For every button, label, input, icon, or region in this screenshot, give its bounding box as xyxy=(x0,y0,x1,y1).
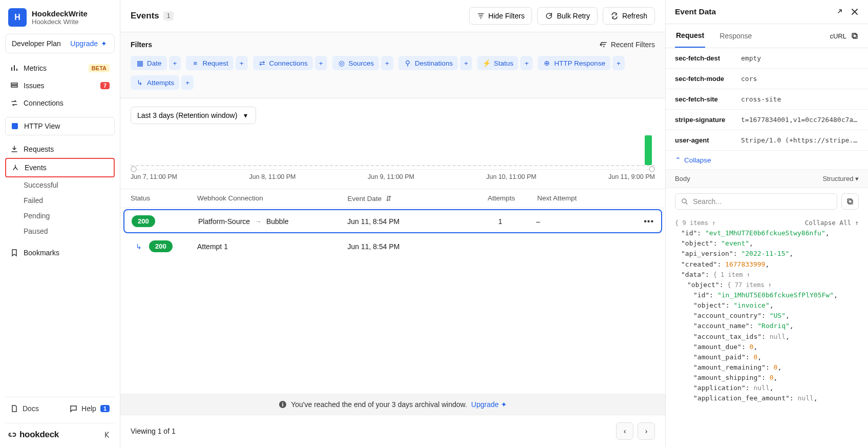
bolt-icon: ⚡ xyxy=(482,59,491,67)
copy-icon xyxy=(846,197,854,206)
tab-response[interactable]: Response xyxy=(718,25,753,47)
filter-status-add[interactable]: + xyxy=(520,56,533,70)
brand-logo[interactable]: hookdeck xyxy=(8,430,59,440)
retention-dropdown[interactable]: Last 3 days (Retention window) ▾ xyxy=(131,107,256,124)
bulk-retry-button[interactable]: Bulk Retry xyxy=(537,7,598,25)
next-page-button[interactable]: › xyxy=(638,422,655,440)
filter-date[interactable]: ▦Date xyxy=(131,56,167,70)
banner-upgrade-link[interactable]: Upgrade ✦ xyxy=(471,400,507,409)
event-row[interactable]: 200 Platform-Source → Bubble Jun 11, 8:5… xyxy=(123,209,662,233)
recent-filters-button[interactable]: Recent Filters xyxy=(600,40,655,49)
filter-status[interactable]: ⚡Status xyxy=(477,56,518,70)
col-connection[interactable]: Webhook Connection xyxy=(197,194,347,202)
header-row: stripe-signaturet=1677834001,v1=0cc72648… xyxy=(666,110,868,130)
filter-connections[interactable]: ⇄Connections xyxy=(253,56,313,70)
org-switcher[interactable]: H HookdeckWrite Hookdeck Write xyxy=(5,5,115,30)
filter-request-add[interactable]: + xyxy=(236,56,248,70)
filter-date-add[interactable]: + xyxy=(169,56,181,70)
event-data-panel: Event Data Request Response cURL sec-fet… xyxy=(666,0,868,447)
slider-handle-left[interactable] xyxy=(131,166,137,172)
chat-icon xyxy=(69,404,77,413)
attempt-row[interactable]: ↳ 200 Attempt 1 Jun 11, 8:54 PM xyxy=(120,234,665,258)
nav-events-paused[interactable]: Paused xyxy=(5,223,115,239)
slider-handle-right[interactable] xyxy=(649,166,655,172)
upgrade-link[interactable]: Upgrade ✦ xyxy=(70,39,108,48)
bookmark-icon xyxy=(10,249,18,257)
filter-attempts-add[interactable]: + xyxy=(181,75,194,90)
download-icon xyxy=(10,145,18,153)
main-content: Events 1 Hide Filters Bulk Retry Refresh xyxy=(120,0,666,447)
nav-metrics[interactable]: Metrics BETA xyxy=(5,59,115,77)
nav-events[interactable]: Events xyxy=(5,158,115,177)
retry-icon xyxy=(545,12,553,20)
target-icon: ◎ xyxy=(337,59,346,67)
page-title: Events xyxy=(131,11,159,21)
col-event-date[interactable]: Event Date⇵ xyxy=(347,194,465,202)
refresh-button[interactable]: Refresh xyxy=(603,7,655,25)
chevron-up-icon: ⌃ xyxy=(675,156,681,164)
help-link[interactable]: Help 1 xyxy=(66,400,113,417)
filter-connections-add[interactable]: + xyxy=(315,56,327,70)
caret-down-icon: ▾ xyxy=(241,111,249,119)
nav-events-failed[interactable]: Failed xyxy=(5,193,115,208)
timeline-slider[interactable] xyxy=(131,166,655,171)
stack-icon xyxy=(10,82,18,90)
panel-tabs: Request Response cURL xyxy=(666,24,868,48)
structured-toggle[interactable]: Structured ▾ xyxy=(822,175,859,182)
header-row: sec-fetch-sitecross-site xyxy=(666,89,868,110)
globe-icon: ⊕ xyxy=(543,59,551,67)
chevron-right-icon: › xyxy=(645,427,648,435)
nav-issues[interactable]: Issues 7 xyxy=(5,77,115,94)
expand-icon[interactable] xyxy=(835,8,843,16)
nav-events-successful[interactable]: Successful xyxy=(5,177,115,193)
events-count: 1 xyxy=(163,11,174,21)
collapse-sidebar-icon[interactable] xyxy=(103,431,112,439)
date-cell: Jun 11, 8:54 PM xyxy=(347,217,464,226)
filter-http-response-add[interactable]: + xyxy=(612,56,625,70)
svg-text:i: i xyxy=(282,401,284,408)
filter-attempts[interactable]: ↳Attempts xyxy=(131,75,179,90)
nav-connections[interactable]: Connections xyxy=(5,94,115,112)
col-status[interactable]: Status xyxy=(131,194,197,202)
docs-link[interactable]: Docs xyxy=(7,400,42,417)
svg-rect-3 xyxy=(853,34,857,38)
hide-filters-button[interactable]: Hide Filters xyxy=(469,7,533,25)
col-attempts[interactable]: Attempts xyxy=(465,194,537,202)
filter-sources[interactable]: ◎Sources xyxy=(332,56,379,70)
filter-destinations-add[interactable]: + xyxy=(460,56,472,70)
redo-icon: ↳ xyxy=(136,78,144,87)
col-next-attempt[interactable]: Next Attempt xyxy=(537,194,629,202)
pin-icon: ⚲ xyxy=(404,59,412,67)
prev-page-button[interactable]: ‹ xyxy=(616,422,633,440)
collapse-all-button[interactable]: Collapse All ↑ xyxy=(805,218,859,228)
header-row: sec-fetch-modecors xyxy=(666,69,868,89)
collapse-headers[interactable]: ⌃Collapse xyxy=(666,151,868,169)
curl-copy[interactable]: cURL xyxy=(830,32,859,40)
copy-body-button[interactable] xyxy=(841,193,859,210)
attempts-cell: 1 xyxy=(464,217,536,226)
org-name: HookdeckWrite xyxy=(32,9,88,18)
nav-http-view[interactable]: HTTP View xyxy=(5,117,115,135)
main-header: Events 1 Hide Filters Bulk Retry Refresh xyxy=(120,0,665,32)
svg-rect-7 xyxy=(848,199,852,203)
body-search[interactable]: Search... xyxy=(675,193,837,210)
row-menu-icon[interactable]: ••• xyxy=(644,217,654,226)
document-icon xyxy=(10,404,18,413)
timeline-chart[interactable] xyxy=(131,130,655,166)
filter-destinations[interactable]: ⚲Destinations xyxy=(398,56,458,70)
table-header: Status Webhook Connection Event Date⇵ At… xyxy=(120,189,665,208)
nav-requests[interactable]: Requests xyxy=(5,140,115,158)
list-icon: ≡ xyxy=(191,59,199,67)
filter-request[interactable]: ≡Request xyxy=(186,56,233,70)
json-viewer[interactable]: { 9 items ↑Collapse All ↑ "id": "evt_1Mh… xyxy=(666,215,868,412)
filter-http-response[interactable]: ⊕HTTP Response xyxy=(538,56,610,70)
nav-bookmarks[interactable]: Bookmarks xyxy=(5,244,115,261)
viewing-label: Viewing 1 of 1 xyxy=(131,427,176,435)
bar-chart-icon xyxy=(10,64,18,72)
sparkle-icon: ✦ xyxy=(501,400,507,409)
link-icon: ⇄ xyxy=(258,59,266,67)
filter-sources-add[interactable]: + xyxy=(381,56,393,70)
tab-request[interactable]: Request xyxy=(675,24,705,48)
close-icon[interactable] xyxy=(851,8,859,16)
nav-events-pending[interactable]: Pending xyxy=(5,208,115,223)
